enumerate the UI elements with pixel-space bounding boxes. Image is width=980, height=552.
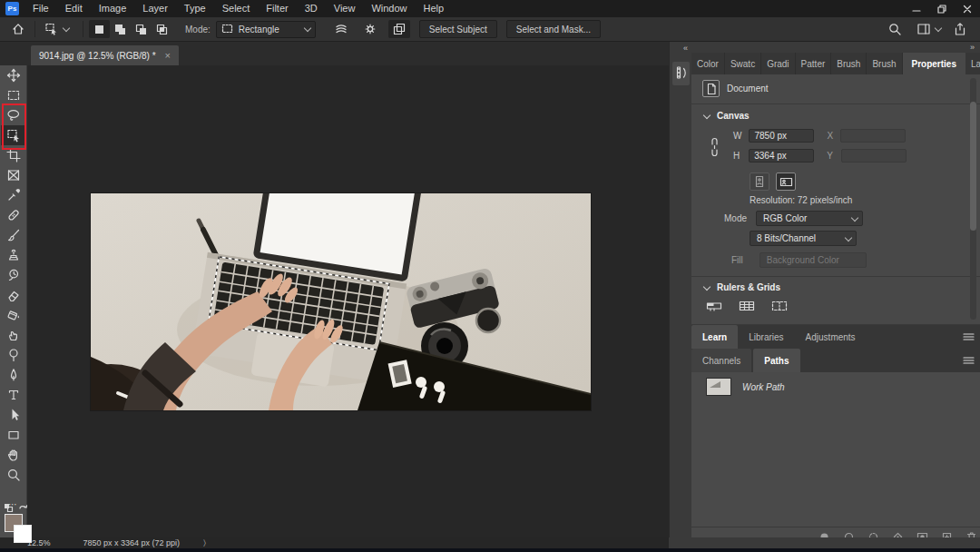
status-expand-icon[interactable]: 〉 <box>203 538 206 548</box>
options-gear-button[interactable] <box>359 20 381 38</box>
hand-tool[interactable] <box>1 445 26 465</box>
fill-dropdown[interactable]: Background Color <box>760 252 867 268</box>
subtract-from-selection-button[interactable] <box>131 20 152 38</box>
select-and-mask-button[interactable]: Select and Mask... <box>506 20 601 38</box>
swap-colors-icon[interactable] <box>18 502 29 511</box>
clone-stamp-tool[interactable] <box>1 245 26 265</box>
eyedropper-tool[interactable] <box>1 185 26 205</box>
tab-patterns[interactable]: Patter <box>796 53 832 74</box>
intersect-selection-button[interactable] <box>152 20 172 38</box>
zoom-icon <box>6 468 21 482</box>
menu-edit[interactable]: Edit <box>57 0 91 17</box>
tab-brush[interactable]: Brush <box>867 53 902 74</box>
work-path-row[interactable]: Work Path <box>691 376 980 398</box>
work-path-thumbnail[interactable] <box>706 378 731 396</box>
tab-channels[interactable]: Channels <box>691 349 751 372</box>
rectangle-shape-tool[interactable] <box>1 425 26 445</box>
learn-panel-menu-button[interactable] <box>963 325 980 349</box>
menu-window[interactable]: Window <box>363 0 415 17</box>
y-field[interactable] <box>841 149 906 163</box>
show-all-objects-button[interactable] <box>388 20 410 38</box>
document-tab[interactable]: 9014.jpg @ 12.5% (RGB/8) * × <box>31 45 179 65</box>
canvas-section-header[interactable]: Canvas <box>704 111 750 121</box>
history-brush-tool[interactable] <box>1 265 26 285</box>
collapsed-panel-button[interactable] <box>672 62 690 85</box>
default-colors-icon[interactable] <box>4 503 13 512</box>
rulers-section-header[interactable]: Rulers & Grids <box>704 282 780 292</box>
menu-filter[interactable]: Filter <box>258 0 296 17</box>
link-icon <box>708 134 720 162</box>
link-dimensions-button[interactable] <box>708 134 720 162</box>
spot-healing-brush-tool[interactable] <box>1 205 26 225</box>
share-button[interactable] <box>949 20 971 38</box>
minimize-button[interactable] <box>904 0 929 17</box>
menu-image[interactable]: Image <box>91 0 135 17</box>
expand-panels-button[interactable]: » <box>970 43 975 52</box>
home-button[interactable] <box>7 20 29 38</box>
properties-scrollbar[interactable] <box>970 78 976 320</box>
height-field[interactable]: 3364 px <box>749 149 814 163</box>
menu-type[interactable]: Type <box>176 0 214 17</box>
background-color-swatch[interactable] <box>14 525 32 543</box>
tab-paths[interactable]: Paths <box>753 349 799 372</box>
scrollbar-thumb[interactable] <box>970 102 976 231</box>
add-to-selection-button[interactable] <box>110 20 131 38</box>
bit-depth-dropdown[interactable]: 8 Bits/Channel <box>750 231 857 246</box>
tab-adjustments[interactable]: Adjustments <box>795 325 867 349</box>
tool-preset-button[interactable] <box>41 20 77 38</box>
menu-view[interactable]: View <box>326 0 364 17</box>
tab-libraries[interactable]: Libraries <box>738 325 794 349</box>
x-field[interactable] <box>840 129 906 143</box>
new-selection-button[interactable] <box>89 20 110 38</box>
guides-icon[interactable] <box>771 300 788 312</box>
canvas-area[interactable] <box>27 65 669 537</box>
tab-brushes[interactable]: Brush <box>831 53 867 74</box>
paths-tab-bar: Channels Paths <box>691 349 980 372</box>
properties-panel: Document Canvas W 7850 px X H 3364 px Y <box>691 74 980 325</box>
brush-tool[interactable] <box>1 225 26 245</box>
menu-help[interactable]: Help <box>416 0 453 17</box>
tab-swatches[interactable]: Swatc <box>725 53 761 74</box>
tab-close-icon[interactable]: × <box>165 50 171 61</box>
paint-bucket-tool[interactable] <box>1 305 26 325</box>
tab-gradients[interactable]: Gradi <box>761 53 795 74</box>
select-subject-button[interactable]: Select Subject <box>419 20 497 38</box>
ruler-icon[interactable] <box>706 300 722 312</box>
move-tool[interactable] <box>1 65 26 85</box>
portrait-orientation-button[interactable] <box>750 172 769 191</box>
object-finder-button[interactable] <box>330 20 352 38</box>
document-row[interactable]: Document <box>702 80 769 97</box>
frame-tool[interactable] <box>1 165 26 185</box>
path-selection-tool[interactable] <box>1 405 26 425</box>
menu-3d[interactable]: 3D <box>297 0 326 17</box>
dodge-tool[interactable] <box>1 345 26 365</box>
rectangular-marquee-tool[interactable] <box>1 85 26 105</box>
grid-icon[interactable] <box>739 300 755 312</box>
menu-file[interactable]: File <box>24 0 57 17</box>
tool-highlight-box <box>2 104 26 150</box>
color-mode-dropdown[interactable]: RGB Color <box>756 211 863 226</box>
landscape-icon <box>779 176 793 188</box>
restore-button[interactable] <box>929 0 955 17</box>
tab-properties[interactable]: Properties <box>903 53 965 74</box>
close-button[interactable] <box>955 0 980 17</box>
workspace-switcher-button[interactable] <box>913 20 949 38</box>
menu-select[interactable]: Select <box>214 0 259 17</box>
type-tool[interactable] <box>1 385 26 405</box>
search-button[interactable] <box>884 20 906 38</box>
smudge-tool[interactable] <box>1 325 26 345</box>
paths-panel-menu-button[interactable] <box>963 349 980 372</box>
width-field[interactable]: 7850 px <box>749 129 814 143</box>
pen-tool[interactable] <box>1 365 26 385</box>
chevron-down-icon <box>845 233 852 241</box>
collapse-panels-button[interactable]: « <box>683 44 688 53</box>
menu-layer[interactable]: Layer <box>134 0 176 17</box>
tab-layers[interactable]: Layers <box>965 53 980 74</box>
mode-dropdown[interactable]: Rectangle <box>216 21 316 38</box>
canvas-photo[interactable] <box>91 193 591 410</box>
tab-color[interactable]: Color <box>691 53 725 74</box>
eraser-tool[interactable] <box>1 285 26 305</box>
landscape-orientation-button[interactable] <box>776 172 796 191</box>
tab-learn[interactable]: Learn <box>691 325 738 349</box>
zoom-tool[interactable] <box>1 465 26 485</box>
